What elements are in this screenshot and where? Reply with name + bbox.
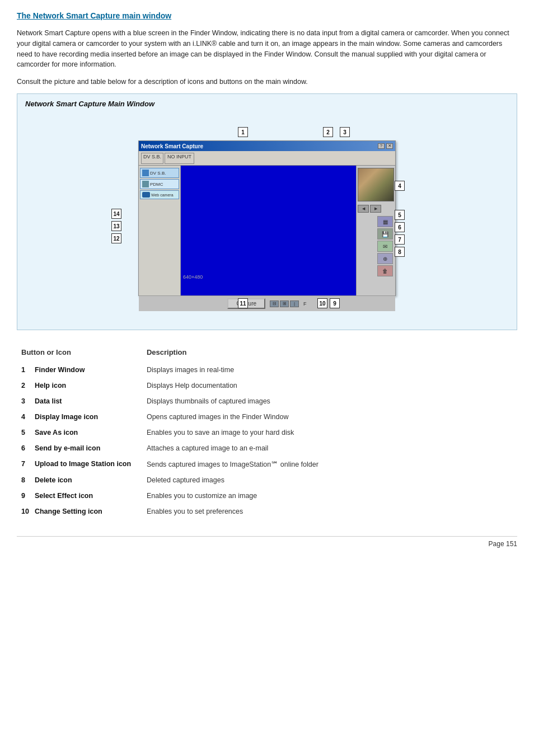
- table-cell-icon: Help icon: [30, 378, 142, 393]
- table-cell-desc: Deleted captured images: [142, 472, 517, 488]
- window-body: DV S.B. PDMC Web camera 640×480: [139, 166, 395, 295]
- grid-icon[interactable]: ⊞: [280, 300, 289, 307]
- table-row: 1Finder WindowDisplays images in real-ti…: [17, 362, 517, 378]
- table-row: 4Display Image iconOpens captured images…: [17, 409, 517, 425]
- table-cell-num: 2: [17, 378, 30, 393]
- callout-9: 9: [330, 298, 340, 308]
- callout-13: 13: [111, 221, 121, 231]
- table-header-desc: Description: [142, 346, 517, 362]
- icon-table: Button or Icon Description 1Finder Windo…: [17, 346, 517, 519]
- bar-icon[interactable]: |: [290, 300, 299, 307]
- callout-10: 10: [317, 298, 327, 308]
- table-cell-num: 4: [17, 409, 30, 425]
- small-icon-1[interactable]: ◀: [358, 205, 369, 213]
- resolution-label: 640×480: [183, 274, 203, 280]
- thumbnail-area: [358, 168, 394, 201]
- callout-5: 5: [395, 210, 405, 220]
- table-cell-icon: Change Setting icon: [30, 504, 142, 519]
- window-close-btn[interactable]: ✕: [386, 143, 393, 149]
- diagram-box: Network Smart Capture Main Window Networ…: [17, 93, 517, 330]
- right-icon-group: ▦ 💾 ✉ ⊕ 🗑: [358, 214, 394, 276]
- sidebar-pdmc-item[interactable]: PDMC: [140, 179, 179, 189]
- window-mock: Network Smart Capture ? ✕ DV S.B. NO INP…: [138, 140, 396, 296]
- callout-7: 7: [395, 234, 405, 245]
- sidebar-panel: DV S.B. PDMC Web camera: [139, 166, 181, 295]
- table-cell-desc: Opens captured images in the Finder Wind…: [142, 409, 517, 425]
- callout-14: 14: [111, 209, 121, 219]
- toolbar-dvs-btn[interactable]: DV S.B.: [141, 153, 163, 164]
- table-cell-desc: Displays Help documentation: [142, 378, 517, 393]
- sidebar-dvs-item[interactable]: DV S.B.: [140, 168, 179, 178]
- callout-3: 3: [340, 127, 350, 137]
- right-icon-save[interactable]: 💾: [377, 228, 393, 240]
- table-cell-desc: Enables you to set preferences: [142, 504, 517, 519]
- table-header-icon: Button or Icon: [17, 346, 142, 362]
- toolbar-input-btn[interactable]: NO INPUT: [165, 153, 194, 164]
- table-cell-desc: Enables you to save an image to your har…: [142, 425, 517, 440]
- table-cell-desc: Sends captured images to ImageStation℠ o…: [142, 456, 517, 472]
- table-cell-num: 5: [17, 425, 30, 440]
- table-cell-desc: Displays thumbnails of captured images: [142, 393, 517, 409]
- sidebar-webcam-item[interactable]: Web camera: [140, 190, 179, 199]
- callout-8: 8: [395, 247, 405, 257]
- intro-paragraph: Network Smart Capture opens with a blue …: [17, 28, 517, 70]
- small-icon-2[interactable]: ▶: [370, 205, 381, 213]
- window-title-text: Network Smart Capture: [141, 143, 203, 149]
- table-row: 5Save As iconEnables you to save an imag…: [17, 425, 517, 440]
- table-cell-num: 1: [17, 362, 30, 378]
- right-icon-delete[interactable]: 🗑: [377, 265, 393, 276]
- table-cell-desc: Enables you to customize an image: [142, 488, 517, 504]
- window-help-btn[interactable]: ?: [378, 143, 385, 149]
- table-row: 6Send by e-mail iconAttaches a captured …: [17, 440, 517, 456]
- consult-paragraph: Consult the picture and table below for …: [17, 78, 517, 86]
- table-cell-icon: Save As icon: [30, 425, 142, 440]
- table-row: 10Change Setting iconEnables you to set …: [17, 504, 517, 519]
- right-icon-display[interactable]: ▦: [377, 216, 393, 227]
- finder-window: 640×480: [181, 166, 356, 295]
- callout-4: 4: [395, 181, 405, 191]
- thumbnail-image: [358, 168, 394, 201]
- table-cell-icon: Delete icon: [30, 472, 142, 488]
- table-cell-num: 10: [17, 504, 30, 519]
- page-number: Page 151: [17, 536, 517, 548]
- table-cell-desc: Displays images in real-time: [142, 362, 517, 378]
- table-cell-num: 3: [17, 393, 30, 409]
- table-cell-num: 6: [17, 440, 30, 456]
- table-cell-icon: Send by e-mail icon: [30, 440, 142, 456]
- table-cell-num: 7: [17, 456, 30, 472]
- diagram-area: Network Smart Capture ? ✕ DV S.B. NO INP…: [25, 114, 509, 321]
- table-cell-num: 9: [17, 488, 30, 504]
- table-cell-icon: Finder Window: [30, 362, 142, 378]
- callout-1: 1: [238, 127, 248, 137]
- table-cell-icon: Display Image icon: [30, 409, 142, 425]
- callout-11: 11: [238, 298, 248, 308]
- frame-icon[interactable]: ⊟: [270, 300, 279, 307]
- callout-6: 6: [395, 222, 405, 232]
- callout-12: 12: [111, 233, 121, 243]
- table-row: 8Delete iconDeleted captured images: [17, 472, 517, 488]
- table-row: 7Upload to Image Station iconSends captu…: [17, 456, 517, 472]
- right-panel: ◀ ▶ ▦ 💾 ✉ ⊕ 🗑: [356, 166, 395, 295]
- table-cell-icon: Upload to Image Station icon: [30, 456, 142, 472]
- capture-bar: Capture ⊟ ⊞ | F: [139, 295, 395, 311]
- table-cell-num: 8: [17, 472, 30, 488]
- callout-2: 2: [323, 127, 333, 137]
- frame-label: F: [303, 301, 307, 307]
- right-icon-upload[interactable]: ⊕: [377, 253, 393, 264]
- window-titlebar: Network Smart Capture ? ✕: [139, 141, 395, 151]
- page-title: The Network Smart Capture main window: [17, 11, 517, 20]
- table-cell-icon: Select Effect icon: [30, 488, 142, 504]
- table-cell-desc: Attaches a captured image to an e-mail: [142, 440, 517, 456]
- window-toolbar: DV S.B. NO INPUT: [139, 151, 395, 166]
- table-row: 3Data listDisplays thumbnails of capture…: [17, 393, 517, 409]
- diagram-title: Network Smart Capture Main Window: [25, 100, 509, 108]
- table-row: 9Select Effect iconEnables you to custom…: [17, 488, 517, 504]
- table-cell-icon: Data list: [30, 393, 142, 409]
- table-row: 2Help iconDisplays Help documentation: [17, 378, 517, 393]
- right-icon-email[interactable]: ✉: [377, 241, 393, 252]
